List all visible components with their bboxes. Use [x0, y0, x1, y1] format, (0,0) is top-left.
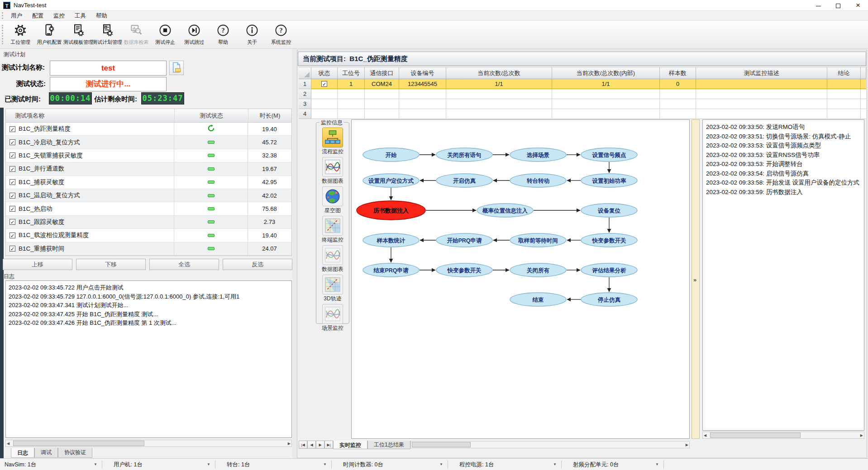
checkbox[interactable]: ✓: [10, 152, 15, 158]
monitor-log-hscrollbar-thumb[interactable]: [710, 432, 801, 438]
tab-日志[interactable]: 日志: [11, 448, 34, 458]
station-cell[interactable]: 1/1: [552, 79, 660, 89]
sky-globe-icon[interactable]: [322, 186, 343, 206]
flow-node-设置信号频点[interactable]: 设置信号频点: [581, 148, 637, 161]
log-hscrollbar-thumb[interactable]: [13, 441, 144, 446]
maximize-button[interactable]: [828, 0, 848, 11]
station-cell[interactable]: [399, 99, 446, 109]
chevron-down-icon[interactable]: ▼: [207, 459, 210, 470]
flow-node-样本数统计[interactable]: 样本数统计: [363, 233, 419, 247]
station-row[interactable]: 2: [299, 89, 866, 99]
sidebar-item-场景监控[interactable]: 场景监控: [322, 304, 343, 332]
test-item-row[interactable]: ✓B1C_并行通道数19.67: [6, 162, 291, 176]
station-cell[interactable]: [446, 99, 552, 109]
toolbar-button-帮助[interactable]: ?帮助: [209, 22, 238, 48]
chevron-down-icon[interactable]: ▼: [655, 459, 659, 470]
flow-node-取样前等待时间[interactable]: 取样前等待时间: [510, 233, 566, 247]
menu-item-监控[interactable]: 监控: [48, 11, 70, 21]
test-item-row[interactable]: ✓B1C_重捕获时间24.07: [6, 242, 291, 256]
flow-node-快变参数开关[interactable]: 快变参数开关: [581, 233, 637, 247]
scroll-right-icon[interactable]: ▶: [288, 440, 291, 447]
button-全选[interactable]: 全选: [149, 259, 219, 270]
station-cell[interactable]: [696, 79, 827, 89]
sidebar-item-数据图表[interactable]: 数据图表: [322, 245, 343, 273]
test-item-row[interactable]: ✓B1C_热启动75.68: [6, 202, 291, 215]
row-number[interactable]: 4: [299, 109, 311, 119]
tab-scroll-last-button[interactable]: ▶|: [324, 441, 333, 449]
toolbar-button-测试停止[interactable]: 测试停止: [151, 22, 180, 48]
flow-node-概率位置信息注入[interactable]: 概率位置信息注入: [477, 204, 533, 217]
minimize-button[interactable]: [808, 0, 828, 11]
tab-工位1总结果[interactable]: 工位1总结果: [367, 441, 410, 449]
station-cell[interactable]: 1/1: [446, 79, 552, 89]
log-output[interactable]: 2023-02-02 09:33:45.722 用户点击开始测试2023-02-…: [5, 280, 292, 438]
station-cell[interactable]: [338, 99, 365, 109]
sidebar-item-流程监控[interactable]: 流程监控: [322, 128, 343, 156]
checkbox[interactable]: ✓: [10, 206, 15, 212]
test-item-row[interactable]: ✓B1C_载波相位观测量精度19.40: [6, 229, 291, 242]
test-item-row[interactable]: ✓B1C_跟踪灵敏度2.73: [6, 216, 291, 229]
test-item-row[interactable]: ✓B1C_失锁重捕获灵敏度32.38: [6, 149, 291, 162]
station-cell[interactable]: 123445545: [399, 79, 446, 89]
station-cell[interactable]: [660, 109, 696, 119]
flow-node-停止仿真[interactable]: 停止仿真: [581, 293, 637, 306]
button-上移[interactable]: 上移: [3, 259, 72, 270]
station-cell[interactable]: [660, 99, 696, 109]
close-button[interactable]: ×: [848, 0, 868, 11]
station-cell[interactable]: [696, 99, 827, 109]
scroll-left-icon[interactable]: ◀: [704, 432, 706, 439]
col-header-测试监控描述[interactable]: 测试监控描述: [696, 67, 827, 79]
flow-node-开启仿真[interactable]: 开启仿真: [436, 174, 492, 187]
checkbox[interactable]: ✓: [10, 126, 15, 132]
toolbar-button-工位管理[interactable]: 工位管理: [6, 22, 35, 48]
flow-node-历书数据注入[interactable]: 历书数据注入: [357, 201, 425, 220]
checkbox[interactable]: ✓: [10, 219, 15, 225]
scroll-right-icon[interactable]: ▶: [860, 432, 863, 439]
station-cell[interactable]: [552, 109, 660, 119]
station-status-cell[interactable]: [311, 89, 338, 99]
station-cell[interactable]: [827, 79, 861, 89]
col-header-通信接口[interactable]: 通信接口: [365, 67, 399, 79]
flow-node-评估结果分析[interactable]: 评估结果分析: [581, 263, 637, 277]
open-plan-file-button[interactable]: [169, 61, 184, 75]
checkbox[interactable]: ✓: [10, 246, 15, 252]
checkbox[interactable]: ✓: [10, 179, 15, 185]
tab-scroll-next-button[interactable]: ▶: [316, 441, 324, 449]
toolbar-button-系统监控[interactable]: ?系统监控: [267, 22, 296, 48]
test-item-row[interactable]: ✓B1C_温启动_复位方式42.02: [6, 189, 291, 202]
button-下移[interactable]: 下移: [76, 259, 146, 270]
chevron-down-icon[interactable]: ▼: [553, 459, 557, 470]
station-row[interactable]: 4: [299, 109, 866, 119]
flow-hscrollbar[interactable]: ▶: [410, 441, 690, 448]
checkbox[interactable]: ✓: [10, 166, 15, 172]
monitor-log-hscrollbar[interactable]: ◀ ▶: [702, 432, 864, 439]
col-header-设备编号[interactable]: 设备编号: [399, 67, 446, 79]
sidebar-item-3D轨迹[interactable]: 3D轨迹: [322, 275, 343, 303]
station-cell[interactable]: [365, 99, 399, 109]
row-number[interactable]: 2: [299, 89, 311, 99]
station-cell[interactable]: [827, 89, 861, 99]
station-cell[interactable]: [365, 89, 399, 99]
scroll-right-icon[interactable]: ▶: [686, 442, 688, 448]
chevron-down-icon[interactable]: ▼: [94, 459, 97, 470]
menu-item-配置[interactable]: 配置: [27, 11, 48, 21]
row-number[interactable]: 1: [299, 79, 311, 89]
monitor-log-output[interactable]: 2023-02-02 09:33:50: 发送RMO语句2023-02-02 0…: [702, 119, 864, 431]
flow-node-开始PRQ申请[interactable]: 开始PRQ申请: [436, 233, 492, 247]
station-cell[interactable]: [552, 89, 660, 99]
checkbox[interactable]: ✓: [10, 233, 15, 238]
flow-node-结束[interactable]: 结束: [510, 293, 566, 306]
station-cell[interactable]: 0: [660, 79, 696, 89]
station-cell[interactable]: [338, 109, 365, 119]
panel-splitter[interactable]: [292, 49, 297, 458]
menu-item-帮助[interactable]: 帮助: [91, 11, 112, 21]
station-cell[interactable]: 1: [338, 79, 365, 89]
station-cell[interactable]: [660, 89, 696, 99]
checkbox[interactable]: ✓: [321, 81, 327, 87]
station-cell[interactable]: [552, 99, 660, 109]
flow-node-结束PRQ申请[interactable]: 结束PRQ申请: [363, 263, 419, 277]
toolbar-button-用户机配置[interactable]: 用户机配置: [35, 22, 64, 48]
flow-hscrollbar-thumb[interactable]: [412, 442, 471, 447]
station-row[interactable]: 3: [299, 99, 866, 109]
flow-node-快变参数开关[interactable]: 快变参数开关: [436, 263, 492, 277]
